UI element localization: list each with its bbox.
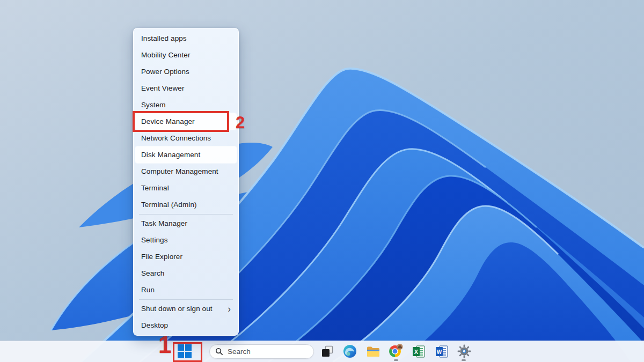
search-box[interactable]: Search: [209, 344, 314, 359]
svg-text:X: X: [414, 348, 418, 354]
menu-item-label: Mobility Center: [141, 51, 191, 59]
excel-icon: X: [412, 345, 426, 358]
edge-button[interactable]: [342, 344, 357, 359]
menu-item-computer-management[interactable]: Computer Management: [134, 163, 238, 180]
chrome-running-indicator: [394, 359, 398, 361]
menu-item-label: Terminal: [141, 184, 169, 192]
menu-item-event-viewer[interactable]: Event Viewer: [134, 80, 238, 97]
start-highlight-box: [173, 342, 202, 362]
svg-text:W: W: [436, 349, 442, 354]
menu-item-terminal[interactable]: Terminal: [134, 180, 238, 196]
submenu-chevron-icon: ›: [228, 304, 231, 313]
settings-gear-icon: [457, 344, 471, 358]
menu-item-search[interactable]: Search: [134, 265, 238, 282]
menu-item-run[interactable]: Run: [134, 282, 238, 298]
menu-item-label: Task Manager: [141, 219, 187, 227]
excel-button[interactable]: X: [411, 344, 426, 359]
word-button[interactable]: W: [434, 344, 449, 359]
menu-item-settings[interactable]: Settings: [134, 232, 238, 248]
menu-item-device-manager[interactable]: Device Manager2: [135, 113, 237, 130]
menu-item-label: File Explorer: [141, 253, 182, 261]
desktop-wallpaper: [0, 0, 644, 362]
settings-button[interactable]: [457, 344, 472, 359]
menu-item-mobility-center[interactable]: Mobility Center: [134, 47, 238, 63]
menu-item-disk-management[interactable]: Disk Management: [135, 146, 237, 163]
menu-item-power-options[interactable]: Power Options: [134, 63, 238, 80]
menu-item-desktop[interactable]: Desktop: [134, 317, 238, 334]
menu-item-installed-apps[interactable]: Installed apps: [134, 30, 238, 47]
settings-running-indicator: [462, 359, 466, 361]
menu-item-label: Disk Management: [141, 151, 200, 159]
file-explorer-button[interactable]: [365, 344, 380, 359]
task-view-icon: [321, 345, 334, 358]
search-placeholder: Search: [228, 348, 251, 356]
step-2-highlight-box: [133, 111, 229, 132]
taskbar: 1 Search: [0, 341, 644, 362]
desktop: Installed appsMobility CenterPower Optio…: [0, 0, 644, 362]
menu-item-label: Event Viewer: [141, 84, 185, 92]
chrome-button[interactable]: [389, 344, 404, 359]
menu-item-system[interactable]: System: [134, 97, 238, 113]
menu-item-label: Search: [141, 269, 164, 277]
menu-item-label: Terminal (Admin): [141, 201, 197, 209]
menu-separator: [139, 299, 233, 300]
menu-item-task-manager[interactable]: Task Manager: [134, 215, 238, 232]
file-explorer-icon: [366, 344, 380, 359]
chrome-icon: [389, 344, 404, 359]
task-view-button[interactable]: [320, 344, 335, 359]
menu-item-label: System: [141, 101, 166, 109]
menu-item-label: Shut down or sign out: [141, 305, 213, 313]
menu-item-label: Settings: [141, 236, 168, 244]
search-icon: [215, 348, 223, 356]
menu-item-network-connections[interactable]: Network Connections: [134, 130, 238, 146]
menu-item-label: Power Options: [141, 68, 189, 76]
menu-item-shut-down-or-sign-out[interactable]: Shut down or sign out›: [134, 300, 238, 317]
menu-item-terminal-admin[interactable]: Terminal (Admin): [134, 196, 238, 213]
menu-separator: [139, 214, 233, 215]
menu-item-label: Desktop: [141, 321, 168, 329]
menu-item-label: Computer Management: [141, 167, 218, 175]
menu-item-label: Installed apps: [141, 34, 187, 42]
edge-icon: [343, 344, 357, 358]
context-menu: Installed appsMobility CenterPower Optio…: [133, 28, 239, 336]
menu-item-label: Run: [141, 286, 155, 294]
menu-item-file-explorer[interactable]: File Explorer: [134, 248, 238, 265]
menu-item-label: Device Manager: [141, 117, 195, 125]
menu-item-label: Network Connections: [141, 134, 211, 142]
word-icon: W: [435, 345, 449, 358]
